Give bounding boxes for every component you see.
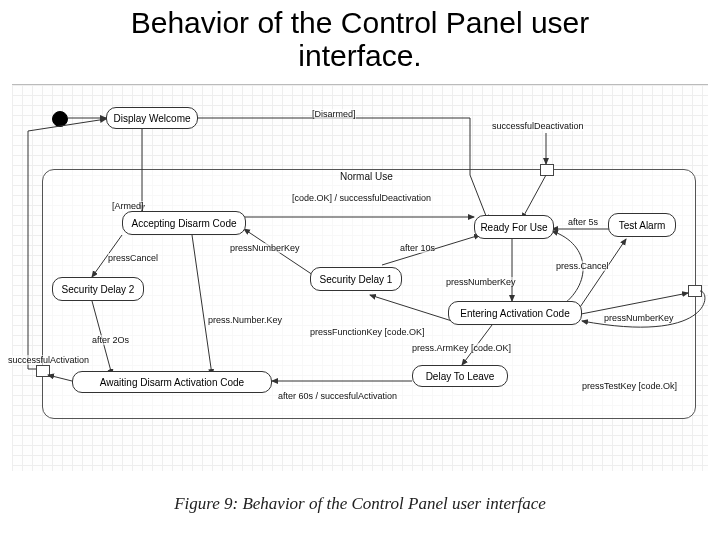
edge-press-cancel-left: pressCancel — [108, 253, 158, 263]
state-accepting-disarm-code: Accepting Disarm Code — [122, 211, 246, 235]
state-diagram: Display Welcome Accepting Disarm Code Se… — [12, 84, 708, 471]
edge-after-10s: after 10s — [400, 243, 435, 253]
edge-codeok-deactivation: [code.OK] / successfulDeactivation — [292, 193, 431, 203]
edge-press-test-key: pressTestKey [code.Ok] — [582, 381, 677, 391]
state-entering-activation-code: Entering Activation Code — [448, 301, 582, 325]
title-line-2: interface. — [298, 39, 421, 72]
state-awaiting-disarm-activation: Awaiting Disarm Activation Code — [72, 371, 272, 393]
edge-disarmed: [Disarmed] — [312, 109, 356, 119]
edge-successful-activation: successfulActivation — [8, 355, 89, 365]
edge-after-20s: after 2Os — [92, 335, 129, 345]
state-display-welcome: Display Welcome — [106, 107, 198, 129]
state-ready-for-use: Ready For Use — [474, 215, 554, 239]
edge-after-5s: after 5s — [568, 217, 598, 227]
edge-armed: [Armed] — [112, 201, 144, 211]
edge-after-60s: after 60s / succesfulActivation — [278, 391, 397, 401]
state-test-alarm: Test Alarm — [608, 213, 676, 237]
edge-press-number-key-4: pressNumberKey — [604, 313, 674, 323]
edge-press-number-key-1: pressNumberKey — [230, 243, 300, 253]
edge-press-function-key: pressFunctionKey [code.OK] — [310, 327, 425, 337]
edge-successful-deactivation-top: successfulDeactivation — [492, 121, 584, 131]
page-title: Behavior of the Control Panel user inter… — [0, 6, 720, 72]
frame-label: Normal Use — [340, 171, 393, 182]
state-security-delay-2: Security Delay 2 — [52, 277, 144, 301]
state-security-delay-1: Security Delay 1 — [310, 267, 402, 291]
edge-press-arm-key: press.ArmKey [code.OK] — [412, 343, 511, 353]
page-root: Behavior of the Control Panel user inter… — [0, 0, 720, 540]
edge-press-number-key-3: pressNumberKey — [446, 277, 516, 287]
figure-caption: Figure 9: Behavior of the Control Panel … — [0, 494, 720, 514]
state-delay-to-leave: Delay To Leave — [412, 365, 508, 387]
edge-press-cancel-right: press.Cancel — [556, 261, 609, 271]
edge-press-number-key-2: press.Number.Key — [208, 315, 282, 325]
title-line-1: Behavior of the Control Panel user — [131, 6, 590, 39]
